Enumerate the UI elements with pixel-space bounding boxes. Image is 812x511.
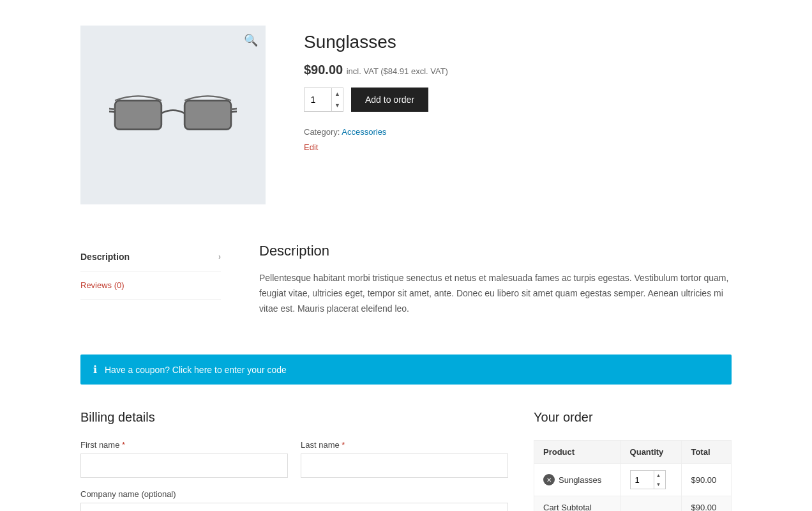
svg-rect-0 [115, 100, 162, 129]
tabs-sidebar: Description › Reviews (0) [80, 243, 221, 316]
order-item-total-cell: $90.00 [682, 464, 732, 496]
order-qty-arrows: ▲ ▼ [654, 471, 663, 489]
edit-link[interactable]: Edit [304, 142, 318, 152]
company-name-label: Company name (optional) [80, 489, 508, 499]
first-name-group: First name * [80, 440, 288, 478]
coupon-banner[interactable]: ℹ Have a coupon? Click here to enter you… [80, 355, 732, 385]
quantity-arrows: ▲ ▼ [331, 88, 343, 111]
quantity-down-button[interactable]: ▼ [332, 100, 343, 111]
subtotal-qty-cell [620, 496, 682, 511]
price-value: $90.00 [304, 63, 343, 77]
your-order: Your order Product Quantity Total ✕ S [534, 410, 732, 511]
remove-item-button[interactable]: ✕ [543, 474, 555, 485]
tab-content-area: Description Pellentesque habitant morbi … [259, 243, 732, 316]
info-icon: ℹ [93, 363, 97, 376]
tabs-section: Description › Reviews (0) Description Pe… [80, 243, 732, 316]
col-quantity: Quantity [620, 441, 682, 464]
first-name-required: * [122, 440, 125, 450]
product-title: Sunglasses [304, 32, 732, 52]
description-title: Description [259, 243, 732, 259]
product-section: 🔍 [80, 13, 732, 204]
billing-details: Billing details First name * Last name * [80, 410, 508, 511]
subtotal-value: $90.00 [682, 496, 732, 511]
company-name-input[interactable] [80, 503, 508, 511]
col-product: Product [534, 441, 621, 464]
subtotal-label: Cart Subtotal [534, 496, 621, 511]
order-table: Product Quantity Total ✕ Sunglasses [534, 440, 732, 511]
add-to-order-button[interactable]: Add to order [351, 88, 428, 112]
add-to-order-row: ▲ ▼ Add to order [304, 88, 732, 112]
last-name-group: Last name * [301, 440, 508, 478]
name-row: First name * Last name * [80, 440, 508, 478]
quantity-wrapper: ▲ ▼ [304, 88, 343, 112]
quantity-input[interactable] [304, 88, 331, 111]
order-qty-input[interactable] [631, 471, 654, 489]
billing-title: Billing details [80, 410, 508, 425]
quantity-up-button[interactable]: ▲ [332, 88, 343, 100]
order-qty-down-button[interactable]: ▼ [654, 480, 663, 489]
svg-rect-1 [184, 100, 231, 129]
product-image-container: 🔍 [80, 26, 266, 204]
tab-description[interactable]: Description › [80, 243, 221, 271]
tab-description-chevron: › [218, 252, 221, 261]
product-category: Category: Accessories [304, 127, 732, 137]
order-qty-up-button[interactable]: ▲ [654, 471, 663, 480]
first-name-input[interactable] [80, 454, 288, 478]
last-name-required: * [342, 440, 345, 450]
tab-reviews[interactable]: Reviews (0) [80, 271, 221, 300]
last-name-label: Last name * [301, 440, 508, 450]
product-info: Sunglasses $90.00 incl. VAT ($84.91 excl… [304, 26, 732, 204]
your-order-title: Your order [534, 410, 732, 425]
order-qty-wrapper: ▲ ▼ [630, 470, 666, 489]
description-text: Pellentesque habitant morbi tristique se… [259, 271, 732, 316]
checkout-section: Billing details First name * Last name * [80, 410, 732, 511]
order-table-header: Product Quantity Total [534, 441, 732, 464]
col-total: Total [682, 441, 732, 464]
order-subtotal-row: Cart Subtotal $90.00 [534, 496, 732, 511]
zoom-icon[interactable]: 🔍 [244, 33, 258, 47]
last-name-input[interactable] [301, 454, 508, 478]
reviews-link[interactable]: Reviews (0) [80, 280, 124, 290]
company-name-group: Company name (optional) [80, 489, 508, 511]
category-link[interactable]: Accessories [342, 127, 386, 137]
order-item-qty-cell: ▲ ▼ [620, 464, 682, 496]
order-item-name: ✕ Sunglasses [543, 474, 612, 485]
product-image [109, 77, 237, 153]
price-vat: incl. VAT ($84.91 excl. VAT) [347, 66, 448, 76]
product-price: $90.00 incl. VAT ($84.91 excl. VAT) [304, 63, 732, 77]
order-item-row: ✕ Sunglasses ▲ ▼ [534, 464, 732, 496]
coupon-text: Have a coupon? Click here to enter your … [105, 365, 287, 375]
order-item-name-cell: ✕ Sunglasses [534, 464, 621, 496]
svg-line-3 [231, 108, 237, 109]
first-name-label: First name * [80, 440, 288, 450]
